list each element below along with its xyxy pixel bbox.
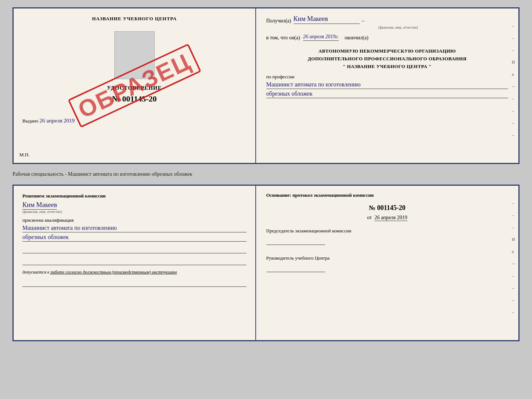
in-that-line: в том, что он(а) 26 апреля 2019г. окончи… [266,34,508,41]
profession-label: по профессии [266,74,508,80]
profession-handwritten-1: Машинист автомата по изготовлению [266,81,508,89]
mp-label: М.П. [19,152,29,158]
basis-title: Основание: протокол экзаменационной коми… [266,192,508,198]
protocol-number: № 001145-20 [266,204,508,212]
admitted-line: допускается к работе согласно должностны… [22,270,247,275]
profession-handwritten-2: обрезных обложек [266,90,508,98]
school-title: НАЗВАНИЕ УЧЕБНОГО ЦЕНТРА [92,16,177,22]
recipient-name: Ким Макеев [294,15,360,24]
finished-suffix: окончил(а) [345,35,369,41]
date-prefix: от [367,215,372,220]
decision-title: Решением экзаменационной комиссии [22,193,247,199]
top-doc-left: НАЗВАНИЕ УЧЕБНОГО ЦЕНТРА ОБРАЗЕЦ УДОСТОВ… [14,8,256,163]
issued-line: Выдано 26 апреля 2019 [22,118,247,124]
in-that-prefix: в том, что он(а) [266,35,300,41]
org-block: АВТОНОМНУЮ НЕКОММЕРЧЕСКУЮ ОРГАНИЗАЦИЮ ДО… [266,47,508,70]
dash-after-name: – [362,18,364,24]
cert-label: УДОСТОВЕРЕНИЕ [107,85,162,91]
org-line3: " НАЗВАНИЕ УЧЕБНОГО ЦЕНТРА " [266,63,508,71]
side-marks-bottom: – – – И а ← – – – – [512,200,516,315]
side-marks-top: – – – И а ← – – – – [512,23,516,138]
completion-date: 26 апреля 2019г. [303,34,339,41]
chairman-label: Председатель экзаменационной комиссии [266,228,508,234]
received-prefix: Получил(а) [266,18,291,24]
protocol-date: от 26 апреля 2019 [266,215,508,221]
org-line1: АВТОНОМНУЮ НЕКОММЕРЧЕСКУЮ ОРГАНИЗАЦИЮ [266,47,508,55]
person-name-block: Ким Макеев (фамилия, имя, отчество) [22,201,247,214]
top-doc-right: – – – И а ← – – – – Получил(а) Ким Макее… [256,8,518,163]
center-head-block: Руководитель учебного Центра [266,255,508,272]
received-line: Получил(а) Ким Макеев – [266,15,508,24]
chairman-block: Председатель экзаменационной комиссии [266,228,508,245]
qual-line1: Машинист автомата по изготовлению [22,225,247,232]
chairman-sig-line [266,237,325,245]
center-head-sig-line [266,264,325,272]
blank-line-3 [22,280,247,287]
bottom-document: Решением экзаменационной комиссии Ким Ма… [12,185,520,341]
fio-label-top: (фамилия, имя, отчество) [288,25,508,29]
top-document: НАЗВАНИЕ УЧЕБНОГО ЦЕНТРА ОБРАЗЕЦ УДОСТОВ… [12,7,520,164]
cert-number: № 001145-20 [112,94,157,104]
qual-assigned-label: присвоена квалификация [22,217,247,223]
admitted-text: работе согласно должностным (производств… [50,270,177,275]
admitted-prefix: допускается к [22,270,49,275]
bottom-person-name: Ким Макеев [22,201,57,210]
issued-prefix: Выдано [22,118,38,124]
qual-line2: обрезных обложек [22,234,247,242]
bottom-doc-left: Решением экзаменационной комиссии Ким Ма… [14,186,256,340]
org-line2: ДОПОЛНИТЕЛЬНОГО ПРОФЕССИОНАЛЬНОГО ОБРАЗО… [266,55,508,63]
protocol-date-value: 26 апреля 2019 [374,215,407,221]
between-caption: Рабочая специальность - Машинист автомат… [12,170,520,179]
blank-line-1 [22,247,247,253]
issued-date: 26 апреля 2019 [40,118,75,124]
blank-line-2 [22,259,247,265]
center-head-label: Руководитель учебного Центра [266,255,508,261]
bottom-doc-right: – – – И а ← – – – – Основание: протокол … [256,186,518,340]
photo-placeholder [114,31,155,79]
fio-label-bottom: (фамилия, имя, отчество) [22,210,247,214]
